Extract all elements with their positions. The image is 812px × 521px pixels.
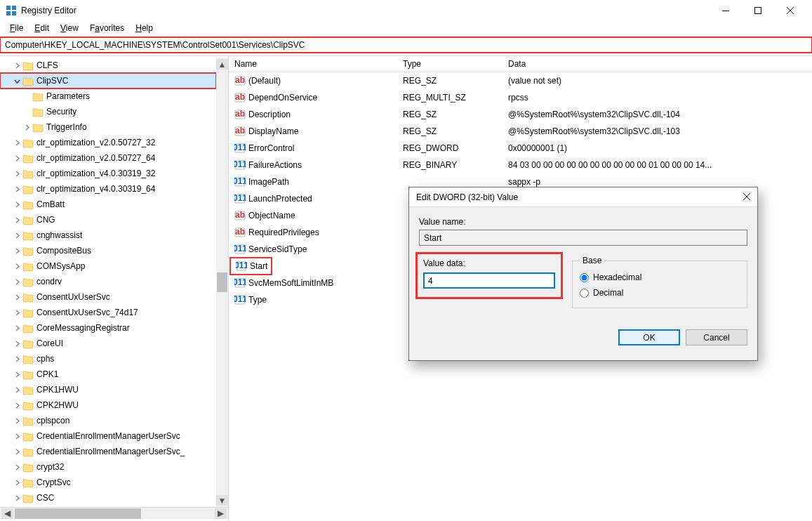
tree-item[interactable]: CPK2HWU [0,397,216,413]
tree-item-label: CNG [36,215,55,225]
svg-text:ab: ab [235,75,245,85]
value-data: (value not set) [508,76,812,86]
edit-dword-dialog: Edit DWORD (32-bit) Value Value name: Va… [408,187,758,361]
svg-rect-0 [6,6,11,10]
value-name: ErrorControl [248,143,294,153]
value-name: ObjectName [248,211,295,220]
tree-item-label: CPK1HWU [36,385,79,395]
tree-item-label: cplspcon [36,416,69,426]
menu-help[interactable]: Help [130,22,159,34]
tree-item-label: clr_optimization_v4.0.30319_64 [36,184,155,194]
column-header-name[interactable]: Name [229,59,403,69]
value-name: Type [248,295,267,305]
svg-rect-3 [12,11,16,15]
ok-button[interactable]: OK [618,329,680,345]
radio-hexadecimal-input[interactable] [580,273,589,282]
tree-item[interactable]: CPK1 [0,367,216,382]
value-data: @%SystemRoot%\system32\ClipSVC.dll,-104 [508,110,812,119]
value-type: REG_SZ [403,126,508,136]
list-row[interactable]: abDependOnServiceREG_MULTI_SZrpcss [229,89,812,106]
tree-item[interactable]: clr_optimization_v4.0.30319_64 [0,181,216,197]
tree-item-label: Security [46,107,76,117]
list-row[interactable]: 011ErrorControlREG_DWORD0x00000001 (1) [229,140,812,157]
tree-item[interactable]: clr_optimization_v2.0.50727_64 [0,150,216,166]
dialog-close-button[interactable] [743,192,750,202]
svg-text:ab: ab [235,227,245,237]
value-data-label: Value data: [423,258,555,268]
tree-panel: CLFSClipSVCParametersSecurityTriggerInfo… [0,56,229,520]
svg-text:ab: ab [235,92,245,102]
tree-item[interactable]: cphs [0,351,216,367]
tree-item[interactable]: CredentialEnrollmentManagerUserSvc [0,428,216,444]
tree-item[interactable]: cnghwassist [0,227,216,243]
tree-item-label: clr_optimization_v2.0.50727_64 [36,153,155,163]
tree-item[interactable]: ClipSVC [0,73,216,88]
tree-item-label: ClipSVC [36,76,68,86]
svg-text:011: 011 [236,260,247,270]
tree-item[interactable]: CoreMessagingRegistrar [0,320,216,336]
address-bar[interactable] [0,37,812,53]
list-row[interactable]: abDisplayNameREG_SZ@%SystemRoot%\system3… [229,123,812,140]
tree-item[interactable]: condrv [0,274,216,289]
maximize-button[interactable] [742,0,774,21]
tree-item[interactable]: ConsentUxUserSvc [0,289,216,305]
value-name: ServiceSidType [248,244,307,254]
radio-hexadecimal[interactable]: Hexadecimal [580,270,740,285]
list-row[interactable]: abDescriptionREG_SZ@%SystemRoot%\system3… [229,106,812,123]
tree-item[interactable]: CmBatt [0,197,216,212]
tree-item-label: CSC [36,493,54,503]
tree-item[interactable]: Parameters [0,88,216,104]
svg-text:ab: ab [235,126,245,136]
value-name: FailureActions [248,160,302,170]
close-button[interactable] [774,0,806,21]
dialog-title: Edit DWORD (32-bit) Value [416,192,518,202]
radio-decimal[interactable]: Decimal [580,285,740,301]
tree-item[interactable]: CompositeBus [0,243,216,258]
menu-file[interactable]: File [4,22,29,34]
tree-item[interactable]: ConsentUxUserSvc_74d17 [0,305,216,320]
tree-item-label: clr_optimization_v2.0.50727_32 [36,138,155,147]
tree-item[interactable]: TriggerInfo [0,119,216,135]
menu-view[interactable]: View [55,22,84,34]
tree-item-label: TriggerInfo [46,122,87,132]
value-data: 84 03 00 00 00 00 00 00 00 00 00 00 01 0… [508,160,812,170]
value-name-input[interactable] [419,230,747,246]
tree-item-label: COMSysApp [36,261,85,271]
value-type: REG_BINARY [403,160,508,170]
tree-vertical-scrollbar[interactable]: ▲ ▼ [216,58,228,507]
tree-item[interactable]: clr_optimization_v2.0.50727_32 [0,135,216,150]
value-name: RequiredPrivileges [248,227,319,237]
tree-item[interactable]: cplspcon [0,413,216,428]
tree-item[interactable]: COMSysApp [0,258,216,274]
tree-item[interactable]: CPK1HWU [0,382,216,397]
tree-item[interactable]: CNG [0,212,216,227]
column-header-data[interactable]: Data [508,59,812,69]
radio-decimal-input[interactable] [580,289,589,298]
tree-item-label: CPK2HWU [36,400,79,410]
tree-item[interactable]: CryptSvc [0,475,216,490]
menu-edit[interactable]: Edit [29,22,55,34]
column-header-type[interactable]: Type [403,59,508,69]
tree-item[interactable]: crypt32 [0,459,216,475]
value-data-input[interactable] [423,272,555,289]
tree-item[interactable]: CLFS [0,58,216,73]
tree-item-label: CPK1 [36,369,58,379]
tree-item[interactable]: CSC [0,490,216,506]
list-row[interactable]: 011Start [230,258,272,275]
list-row[interactable]: 011FailureActionsREG_BINARY84 03 00 00 0… [229,157,812,173]
tree-item[interactable]: CredentialEnrollmentManagerUserSvc_ [0,444,216,459]
tree-horizontal-scrollbar[interactable]: ◀ ▶ [0,507,228,519]
minimize-button[interactable] [710,0,742,21]
value-name: Start [250,261,267,271]
menu-favorites[interactable]: Favorites [84,22,130,34]
list-row[interactable]: ab(Default)REG_SZ(value not set) [229,72,812,89]
cancel-button[interactable]: Cancel [686,329,747,345]
tree-item-label: cnghwassist [36,230,82,240]
list-header: Name Type Data [229,56,812,72]
tree-item[interactable]: clr_optimization_v4.0.30319_32 [0,166,216,181]
tree-item-label: CredentialEnrollmentManagerUserSvc_ [36,447,185,456]
tree-item[interactable]: Security [0,104,216,119]
value-name: ImagePath [248,177,289,187]
value-name: LaunchProtected [248,194,312,204]
tree-item[interactable]: CoreUI [0,336,216,351]
